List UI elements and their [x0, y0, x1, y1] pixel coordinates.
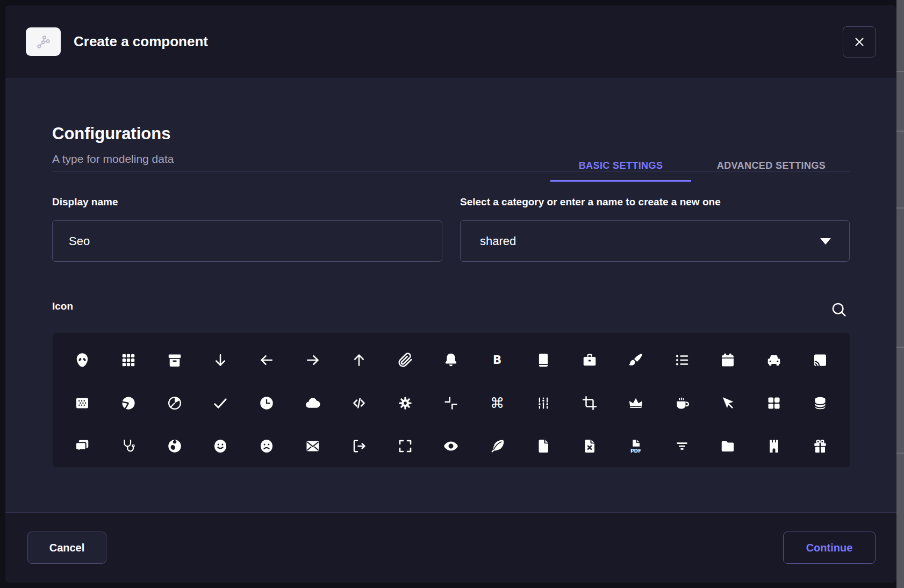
- section-heading: Configurations: [52, 124, 170, 144]
- icon-grid: [53, 333, 850, 468]
- cloud-icon[interactable]: [290, 382, 336, 425]
- filter-icon[interactable]: [659, 425, 705, 468]
- icon-search-button[interactable]: [827, 297, 851, 322]
- exit-icon[interactable]: [336, 425, 382, 468]
- search-icon: [829, 300, 849, 319]
- tabs-divider: [52, 171, 850, 172]
- background-page-line: [896, 71, 904, 72]
- background-page-line: [896, 347, 904, 348]
- code-icon[interactable]: [336, 382, 382, 425]
- modal-title: Create a component: [74, 33, 208, 50]
- close-button[interactable]: [843, 26, 876, 58]
- eye-icon[interactable]: [428, 425, 475, 468]
- background-page-line: [896, 131, 904, 132]
- envelope-icon[interactable]: [290, 425, 336, 468]
- database-icon[interactable]: [797, 382, 843, 425]
- background-page-line: [896, 207, 904, 209]
- emotion-unhappy-icon[interactable]: [243, 425, 290, 468]
- bell-icon[interactable]: [428, 339, 475, 382]
- cog-icon[interactable]: [382, 382, 428, 425]
- brush-icon[interactable]: [613, 339, 659, 382]
- background-page-line: [896, 453, 904, 454]
- chart-pie-icon[interactable]: [152, 382, 198, 425]
- gift-icon[interactable]: [797, 425, 843, 468]
- modal-footer: Cancel Continue: [5, 512, 896, 583]
- category-label: Select a category or enter a name to cre…: [460, 196, 721, 208]
- attachment-icon[interactable]: [382, 339, 428, 382]
- continue-button[interactable]: Continue: [783, 532, 876, 564]
- discuss-icon[interactable]: [59, 425, 105, 468]
- chart-donut-icon[interactable]: [105, 382, 152, 425]
- collapse-icon[interactable]: [428, 382, 475, 425]
- apps-icon[interactable]: [105, 339, 152, 382]
- close-icon: [853, 35, 866, 48]
- alien-icon[interactable]: [59, 339, 105, 382]
- car-icon[interactable]: [751, 339, 797, 382]
- bold-icon[interactable]: [474, 339, 520, 382]
- cursor-icon[interactable]: [705, 382, 751, 425]
- arrow-left-icon[interactable]: [243, 339, 290, 382]
- arrow-up-icon[interactable]: [336, 339, 382, 382]
- crop-icon[interactable]: [566, 382, 613, 425]
- doctor-icon[interactable]: [105, 425, 152, 468]
- earth-icon[interactable]: [152, 425, 198, 468]
- sliders-icon[interactable]: [520, 382, 566, 425]
- cast-icon[interactable]: [797, 339, 843, 382]
- cancel-button[interactable]: Cancel: [27, 532, 106, 564]
- category-select-value: shared: [480, 234, 516, 248]
- gate-icon[interactable]: [751, 425, 797, 468]
- feather-icon[interactable]: [474, 425, 520, 468]
- bullet-list-icon[interactable]: [659, 339, 705, 382]
- background-page-edge: [896, 0, 904, 588]
- expand-icon[interactable]: [382, 425, 428, 468]
- component-icon: [26, 27, 61, 56]
- briefcase-icon[interactable]: [566, 339, 613, 382]
- emotion-happy-icon[interactable]: [197, 425, 243, 468]
- chevron-down-icon: [820, 238, 831, 245]
- category-select[interactable]: shared: [460, 220, 850, 262]
- file-error-icon[interactable]: [566, 425, 613, 468]
- icon-section-label: Icon: [52, 300, 73, 312]
- display-name-input[interactable]: [52, 220, 442, 262]
- create-component-modal: Create a component Configurations A type…: [5, 5, 896, 583]
- arrow-down-icon[interactable]: [197, 339, 243, 382]
- modal-header: Create a component: [5, 5, 896, 78]
- tab-basic-settings[interactable]: BASIC SETTINGS: [550, 140, 691, 182]
- book-icon[interactable]: [520, 339, 566, 382]
- file-pdf-icon[interactable]: [613, 425, 659, 468]
- arrow-right-icon[interactable]: [290, 339, 336, 382]
- dashboard-icon[interactable]: [751, 382, 797, 425]
- picture-icon[interactable]: [59, 382, 105, 425]
- archive-icon[interactable]: [152, 339, 198, 382]
- section-subheading: A type for modeling data: [52, 153, 174, 166]
- display-name-label: Display name: [52, 196, 118, 208]
- calendar-icon[interactable]: [705, 339, 751, 382]
- folder-icon[interactable]: [705, 425, 751, 468]
- command-icon[interactable]: [474, 382, 520, 425]
- file-icon[interactable]: [520, 425, 566, 468]
- cup-icon[interactable]: [659, 382, 705, 425]
- clock-icon[interactable]: [243, 382, 290, 425]
- tab-advanced-settings[interactable]: ADVANCED SETTINGS: [685, 140, 858, 182]
- icon-picker-panel: [53, 333, 850, 467]
- crown-icon[interactable]: [613, 382, 659, 425]
- check-icon[interactable]: [197, 382, 243, 425]
